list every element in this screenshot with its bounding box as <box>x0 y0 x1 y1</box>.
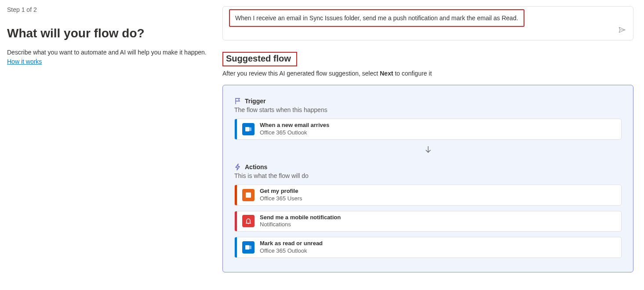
trigger-connector: Office 365 Outlook <box>260 129 329 137</box>
action-connector: Notifications <box>260 221 341 228</box>
card-accent <box>235 237 237 257</box>
svg-rect-1 <box>247 127 251 131</box>
card-accent <box>235 185 237 205</box>
action-title: Send me a mobile notification <box>260 214 341 221</box>
action-connector: Office 365 Users <box>260 195 302 203</box>
trigger-card[interactable]: When a new email arrives Office 365 Outl… <box>234 119 622 140</box>
flag-icon <box>234 98 241 105</box>
page-title: What will your flow do? <box>7 26 209 40</box>
arrow-down-icon <box>234 145 622 156</box>
card-accent <box>235 211 237 232</box>
office-users-icon <box>242 189 255 201</box>
suggested-flow-heading: Suggested flow <box>226 54 291 64</box>
action-title: Mark as read or unread <box>260 240 323 247</box>
actions-section-sub: This is what the flow will do <box>234 172 622 179</box>
card-accent <box>235 119 237 139</box>
actions-section-label: Actions <box>245 163 267 170</box>
action-card-profile[interactable]: Get my profile Office 365 Users <box>234 185 622 206</box>
prompt-input-box[interactable]: When I receive an email in Sync Issues f… <box>222 6 633 40</box>
suggested-heading-highlight: Suggested flow <box>222 52 297 66</box>
prompt-highlight: When I receive an email in Sync Issues f… <box>229 9 524 27</box>
suggested-flow-panel: Trigger The flow starts when this happen… <box>222 85 633 272</box>
action-card-notification[interactable]: Send me a mobile notification Notificati… <box>234 211 622 232</box>
step-indicator: Step 1 of 2 <box>7 6 209 13</box>
send-button[interactable] <box>617 26 627 36</box>
action-card-mark-read[interactable]: Mark as read or unread Office 365 Outloo… <box>234 237 622 258</box>
lightning-icon <box>234 163 241 170</box>
outlook-icon <box>242 123 255 135</box>
action-title: Get my profile <box>260 188 302 195</box>
trigger-section-label: Trigger <box>245 98 266 105</box>
action-connector: Office 365 Outlook <box>260 247 323 255</box>
suggested-flow-subtext: After you review this AI generated flow … <box>222 70 633 77</box>
send-icon <box>618 26 626 36</box>
bell-icon <box>242 215 255 227</box>
page-description: Describe what you want to automate and A… <box>7 48 209 57</box>
trigger-section-sub: The flow starts when this happens <box>234 106 622 113</box>
trigger-title: When a new email arrives <box>260 122 329 129</box>
how-it-works-link[interactable]: How it works <box>7 58 42 65</box>
outlook-icon <box>242 241 255 254</box>
svg-rect-2 <box>246 192 251 198</box>
prompt-text: When I receive an email in Sync Issues f… <box>235 14 518 22</box>
svg-rect-4 <box>247 246 251 249</box>
